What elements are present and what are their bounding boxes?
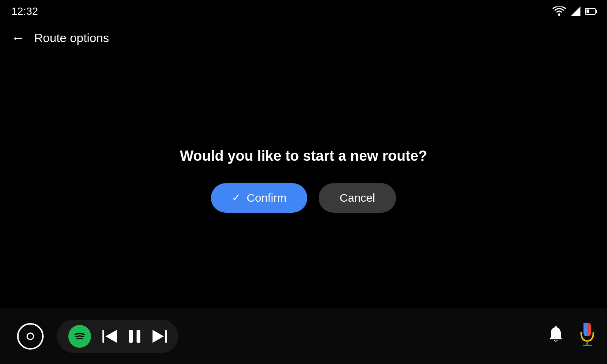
svg-rect-5 <box>137 330 140 343</box>
media-controls <box>102 330 167 343</box>
mic-button[interactable] <box>579 322 596 351</box>
confirm-label: Confirm <box>247 191 286 204</box>
bottom-bar <box>0 308 607 364</box>
status-icons <box>552 6 596 16</box>
checkmark-icon: ✓ <box>232 191 241 204</box>
dialog-buttons: ✓ Confirm Cancel <box>211 183 396 213</box>
svg-rect-2 <box>102 330 104 343</box>
prev-icon <box>102 330 117 343</box>
mic-icon <box>579 322 596 349</box>
record-button[interactable] <box>17 323 44 350</box>
cancel-button[interactable]: Cancel <box>319 183 396 213</box>
dialog-question: Would you like to start a new route? <box>180 148 427 164</box>
pause-icon <box>128 330 141 343</box>
pause-button[interactable] <box>128 330 141 343</box>
record-icon <box>27 333 34 340</box>
confirm-button[interactable]: ✓ Confirm <box>211 183 307 213</box>
status-bar: 12:32 <box>0 0 607 23</box>
spotify-logo <box>73 329 86 343</box>
svg-marker-3 <box>105 330 117 343</box>
page-title: Route options <box>34 31 109 45</box>
header: ← Route options <box>0 23 607 53</box>
back-button[interactable]: ← <box>11 30 25 46</box>
bottom-left <box>11 323 49 350</box>
svg-rect-6 <box>165 330 167 343</box>
svg-point-0 <box>558 14 560 16</box>
battery-icon <box>585 8 596 15</box>
wifi-icon <box>552 6 566 16</box>
spotify-icon[interactable] <box>68 325 91 348</box>
next-icon <box>153 330 167 343</box>
bell-icon <box>548 326 564 343</box>
bell-button[interactable] <box>548 326 564 347</box>
main-content: Would you like to start a new route? ✓ C… <box>0 53 607 307</box>
signal-icon <box>571 6 580 16</box>
media-player <box>57 320 178 353</box>
cancel-label: Cancel <box>340 191 375 204</box>
status-time: 12:32 <box>11 5 38 17</box>
svg-point-8 <box>555 326 557 328</box>
svg-rect-4 <box>129 330 133 343</box>
next-button[interactable] <box>153 330 167 343</box>
prev-button[interactable] <box>102 330 117 343</box>
bottom-right <box>548 322 596 351</box>
svg-marker-7 <box>153 330 164 343</box>
svg-marker-1 <box>571 6 580 16</box>
